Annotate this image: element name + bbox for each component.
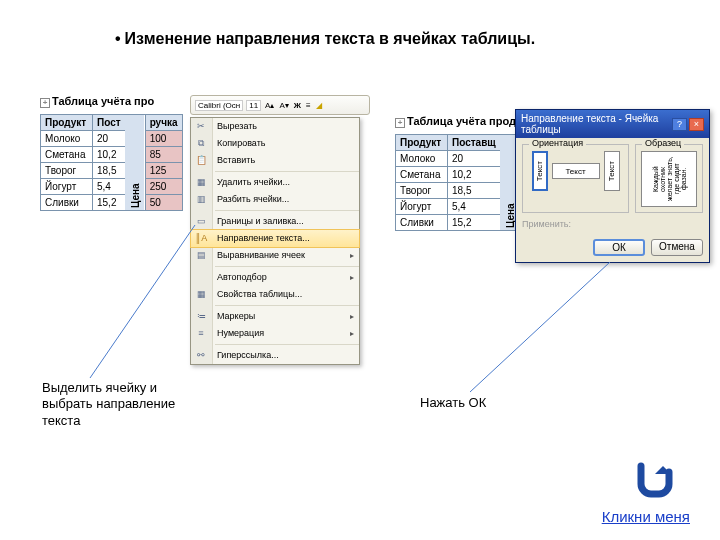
font-picker[interactable]: Calibri (Осн — [195, 100, 243, 111]
dialog-titlebar: Направление текста - Ячейка таблицы ? × — [516, 110, 709, 138]
orientation-horizontal[interactable]: Текст — [552, 163, 600, 179]
sample-box: Каждый охотник желает знать, где сидит ф… — [641, 151, 697, 207]
context-menu: ✂Вырезать ⧉Копировать 📋Вставить ▦Удалить… — [190, 117, 360, 365]
table-row: Молоко20100 — [41, 131, 183, 147]
connector-lines — [0, 0, 720, 540]
expand-icon: + — [395, 118, 405, 128]
data-table-left: Продукт Пост Цена ручка Молоко20100 Смет… — [40, 114, 183, 211]
orientation-vertical-up[interactable]: Текст — [532, 151, 548, 191]
text-direction-dialog: Направление текста - Ячейка таблицы ? × … — [515, 109, 710, 263]
ctx-cut[interactable]: ✂Вырезать — [191, 118, 359, 135]
numbering-icon: ≡ — [194, 327, 208, 339]
text-direction-icon: ║A — [194, 232, 208, 244]
page-title: •Изменение направления текста в ячейках … — [115, 30, 535, 48]
left-screenshot: +Таблица учёта про Продукт Пост Цена руч… — [40, 95, 380, 211]
orientation-vertical-down[interactable]: Текст — [604, 151, 620, 191]
col-product: Продукт — [41, 115, 93, 131]
table-row: Сливки15,250 — [41, 195, 183, 211]
copy-icon: ⧉ — [194, 137, 208, 149]
ctx-numbering[interactable]: ≡Нумерация — [191, 325, 359, 342]
ctx-autofit[interactable]: Автоподбор — [191, 269, 359, 286]
sample-label: Образец — [642, 138, 684, 148]
borders-icon: ▭ — [194, 215, 208, 227]
bullets-icon: ≔ — [194, 310, 208, 322]
ctx-table-props[interactable]: ▦Свойства таблицы... — [191, 286, 359, 303]
expand-icon: + — [40, 98, 50, 108]
ctx-copy[interactable]: ⧉Копировать — [191, 135, 359, 152]
return-icon[interactable] — [633, 456, 675, 498]
ctx-hyperlink[interactable]: ⚯Гиперссылка... — [191, 347, 359, 364]
table-row: Сметана10,285 — [41, 147, 183, 163]
table-row: Творог18,5125 — [41, 163, 183, 179]
ctx-paste[interactable]: 📋Вставить — [191, 152, 359, 169]
ok-button[interactable]: ОК — [593, 239, 645, 256]
ctx-bullets[interactable]: ≔Маркеры — [191, 308, 359, 325]
link-icon: ⚯ — [194, 349, 208, 361]
caption-left: Выделить ячейку и выбрать направление те… — [42, 380, 182, 429]
split-cells-icon: ▥ — [194, 193, 208, 205]
apply-to-label: Применить: — [522, 219, 703, 229]
dialog-title: Направление текста - Ячейка таблицы — [521, 113, 672, 135]
col-supplier: Поставщ — [448, 135, 501, 151]
close-button[interactable]: × — [689, 118, 704, 131]
align-cells-icon: ▤ — [194, 249, 208, 261]
cut-icon: ✂ — [194, 120, 208, 132]
col-product: Продукт — [396, 135, 448, 151]
data-table-right: Продукт Поставщ Цена Молоко20 Сметана10,… — [395, 134, 521, 231]
table-props-icon: ▦ — [194, 288, 208, 300]
shrink-font-icon[interactable]: A▾ — [278, 101, 289, 110]
col-price-vertical: Цена — [125, 115, 145, 211]
ctx-delete-cells[interactable]: ▦Удалить ячейки... — [191, 174, 359, 191]
ctx-text-direction[interactable]: ║AНаправление текста... — [190, 229, 360, 248]
svg-line-1 — [470, 262, 610, 392]
ctx-split-cells[interactable]: ▥Разбить ячейки... — [191, 191, 359, 208]
mini-toolbar: Calibri (Осн 11 A▴ A▾ Ж ≡ ◢ — [190, 95, 370, 115]
ctx-borders[interactable]: ▭Границы и заливка... — [191, 213, 359, 230]
ctx-cell-align[interactable]: ▤Выравнивание ячеек — [191, 247, 359, 264]
bold-icon[interactable]: Ж — [293, 101, 302, 110]
svg-line-0 — [90, 225, 195, 378]
align-icon[interactable]: ≡ — [305, 101, 312, 110]
grow-font-icon[interactable]: A▴ — [264, 101, 275, 110]
right-screenshot: +Таблица учёта прода Продукт Поставщ Цен… — [395, 115, 705, 231]
font-size[interactable]: 11 — [246, 100, 261, 111]
delete-cells-icon: ▦ — [194, 176, 208, 188]
help-button[interactable]: ? — [672, 118, 687, 131]
click-me-link[interactable]: Кликни меня — [602, 508, 690, 525]
table-row: Йогурт5,4250 — [41, 179, 183, 195]
col-revenue: ручка — [145, 115, 182, 131]
paste-icon: 📋 — [194, 154, 208, 166]
col-supplier: Пост — [93, 115, 126, 131]
highlight-icon[interactable]: ◢ — [315, 101, 323, 110]
caption-right: Нажать ОК — [420, 395, 486, 411]
orientation-label: Ориентация — [529, 138, 586, 148]
cancel-button[interactable]: Отмена — [651, 239, 703, 256]
